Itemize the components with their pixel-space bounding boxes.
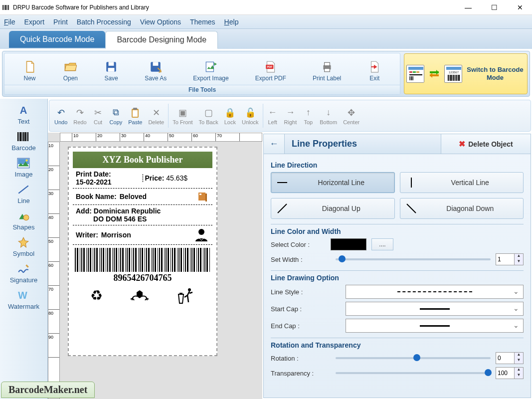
tool-signature[interactable]: Signature bbox=[0, 260, 47, 287]
tool-shapes[interactable]: Shapes bbox=[0, 207, 47, 234]
svg-rect-25 bbox=[413, 76, 413, 80]
print-label-button[interactable]: Print Label bbox=[310, 59, 344, 83]
tab-barcode-designing[interactable]: Barcode Designing Mode bbox=[105, 31, 218, 49]
maximize-button[interactable]: ☐ bbox=[484, 0, 504, 14]
saveas-icon bbox=[149, 60, 163, 74]
tool-image[interactable]: Image bbox=[0, 155, 47, 181]
svg-line-64 bbox=[407, 204, 416, 213]
svg-rect-27 bbox=[446, 67, 461, 70]
delete-icon: ✕ bbox=[151, 107, 162, 119]
canvas[interactable]: 10 20 30 40 50 60 70 10 20 30 40 50 bbox=[48, 133, 262, 399]
end-cap-dropdown[interactable] bbox=[346, 319, 524, 333]
barcode-number[interactable]: 8965426704765 bbox=[73, 272, 212, 286]
menu-help[interactable]: Help bbox=[224, 18, 239, 26]
rotation-label: Rotation : bbox=[271, 355, 331, 362]
width-spinner[interactable]: ▲▼ bbox=[496, 253, 524, 265]
cut-button[interactable]: ✂Cut bbox=[90, 105, 107, 127]
delete-object-button[interactable]: ✖ Delete Object bbox=[441, 134, 531, 154]
app-icon bbox=[2, 3, 10, 11]
barcode-visual[interactable] bbox=[75, 248, 210, 272]
redo-button[interactable]: ↷Redo bbox=[70, 105, 89, 127]
direction-diagonal-down-button[interactable]: Diagonal Down bbox=[400, 198, 524, 219]
props-back-button[interactable]: ← bbox=[264, 134, 285, 154]
transparency-spinner[interactable]: ▲▼ bbox=[496, 367, 524, 379]
saveas-button[interactable]: Save As bbox=[142, 59, 170, 83]
width-input[interactable] bbox=[496, 254, 514, 265]
export-image-button[interactable]: Export Image bbox=[190, 59, 231, 83]
direction-vertical-button[interactable]: Vertical Line bbox=[400, 172, 524, 193]
close-button[interactable]: ✕ bbox=[510, 0, 530, 14]
to-front-button[interactable]: ▣To Front bbox=[170, 105, 195, 127]
align-center-button[interactable]: ✥Center bbox=[340, 105, 362, 127]
designer-mode-icon bbox=[406, 65, 424, 83]
rotation-slider[interactable] bbox=[336, 357, 491, 359]
menu-view[interactable]: View Options bbox=[140, 18, 181, 26]
menu-file[interactable]: File bbox=[4, 18, 15, 26]
svg-text:PDF: PDF bbox=[267, 65, 273, 68]
tool-symbol[interactable]: Symbol bbox=[0, 234, 47, 260]
align-right-button[interactable]: →Right bbox=[281, 105, 300, 127]
transparency-slider[interactable] bbox=[336, 372, 491, 374]
tool-line[interactable]: Line bbox=[0, 181, 47, 207]
undo-button[interactable]: ↶Undo bbox=[51, 105, 70, 127]
align-bottom-icon: ↓ bbox=[323, 107, 334, 119]
svg-rect-9 bbox=[153, 62, 159, 66]
lock-button[interactable]: 🔒Lock bbox=[221, 105, 239, 127]
color-swatch[interactable] bbox=[331, 238, 366, 250]
printer-icon bbox=[320, 60, 334, 74]
svg-rect-0 bbox=[2, 5, 3, 10]
svg-rect-15 bbox=[324, 68, 330, 72]
tool-text[interactable]: A Text bbox=[0, 102, 47, 128]
to-front-icon: ▣ bbox=[177, 107, 188, 119]
switch-to-barcode-mode-button[interactable]: 123567 Switch to Barcode Mode bbox=[404, 53, 528, 94]
tool-watermark[interactable]: W Watermark bbox=[0, 287, 47, 313]
menu-themes[interactable]: Themes bbox=[190, 18, 215, 26]
exit-button[interactable]: Exit bbox=[364, 59, 384, 83]
line-style-dropdown[interactable] bbox=[346, 285, 524, 299]
start-cap-dropdown[interactable] bbox=[346, 302, 524, 316]
diagonal-down-icon bbox=[405, 202, 417, 214]
tool-barcode[interactable]: Barcode bbox=[0, 128, 47, 155]
swap-arrows-icon bbox=[427, 67, 441, 81]
rotation-spinner[interactable]: ▲▼ bbox=[496, 352, 524, 364]
svg-rect-54 bbox=[133, 108, 137, 110]
align-top-button[interactable]: ↑Top bbox=[300, 105, 317, 127]
menu-export[interactable]: Export bbox=[24, 18, 44, 26]
svg-rect-30 bbox=[449, 75, 450, 81]
unlock-button[interactable]: 🔓Unlock bbox=[239, 105, 262, 127]
switch-mode-label: Switch to Barcode Mode bbox=[465, 66, 525, 81]
export-pdf-button[interactable]: PDF Export PDF bbox=[252, 59, 289, 83]
save-button[interactable]: Save bbox=[101, 59, 121, 83]
label-design[interactable]: XYZ Book Publisher Print Date:15-02-2021… bbox=[68, 147, 217, 356]
paste-button[interactable]: Paste bbox=[125, 105, 145, 127]
line-tool-icon bbox=[17, 184, 31, 196]
color-picker-button[interactable]: .... bbox=[371, 238, 393, 250]
menu-print[interactable]: Print bbox=[53, 18, 68, 26]
direction-horizontal-button[interactable]: Horizontal Line bbox=[271, 172, 395, 193]
section-rotation: Rotation and Transparency bbox=[271, 341, 524, 349]
file-tools-group-label: File Tools bbox=[4, 85, 400, 94]
open-button[interactable]: Open bbox=[60, 59, 81, 83]
ruler-vertical: 10 20 30 40 50 60 70 80 90 bbox=[48, 142, 60, 399]
signature-tool-icon bbox=[17, 263, 31, 275]
new-button[interactable]: New bbox=[20, 59, 40, 83]
copy-button[interactable]: ⧉Copy bbox=[107, 105, 126, 127]
align-left-button[interactable]: ←Left bbox=[264, 105, 281, 127]
undo-icon: ↶ bbox=[55, 107, 66, 119]
window-title: DRPU Barcode Software for Publishers and… bbox=[13, 4, 458, 11]
transparency-input[interactable] bbox=[496, 368, 514, 379]
label-publisher[interactable]: XYZ Book Publisher bbox=[73, 152, 212, 168]
minimize-button[interactable]: — bbox=[458, 0, 478, 14]
delete-button[interactable]: ✕Delete bbox=[145, 105, 167, 127]
menu-batch[interactable]: Batch Processing bbox=[77, 18, 131, 26]
align-bottom-button[interactable]: ↓Bottom bbox=[317, 105, 340, 127]
svg-rect-1 bbox=[4, 5, 4, 10]
site-watermark: BarcodeMaker.net bbox=[1, 382, 95, 398]
select-color-label: Select Color : bbox=[271, 241, 331, 248]
tab-quick-barcode[interactable]: Quick Barcode Mode bbox=[9, 31, 105, 48]
rotation-input[interactable] bbox=[496, 353, 514, 364]
redo-icon: ↷ bbox=[74, 107, 85, 119]
direction-diagonal-up-button[interactable]: Diagonal Up bbox=[271, 198, 395, 219]
to-back-button[interactable]: ▢To Back bbox=[196, 105, 221, 127]
width-slider[interactable] bbox=[336, 258, 491, 260]
